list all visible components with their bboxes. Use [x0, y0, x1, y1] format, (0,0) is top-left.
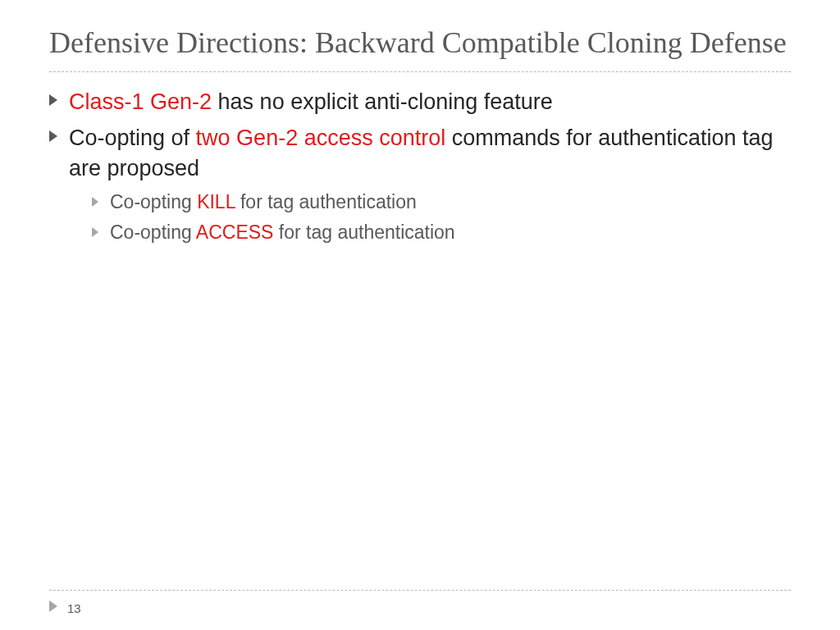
svg-marker-3: [92, 227, 98, 237]
sub-bullet-item: Co-opting ACCESS for tag authentication: [49, 220, 791, 245]
triangle-right-icon: [49, 94, 59, 109]
sub-bullet-text: Co-opting KILL for tag authentication: [110, 189, 417, 215]
svg-marker-0: [49, 94, 57, 106]
slide-title: Defensive Directions: Backward Compatibl…: [49, 25, 791, 62]
triangle-right-icon: [92, 195, 100, 210]
triangle-right-icon: [92, 226, 100, 240]
sub-bullet-item: Co-opting KILL for tag authentication: [49, 189, 791, 215]
bullet-text: Co-opting of two Gen-2 access control co…: [69, 123, 791, 183]
bullet-item: Class-1 Gen-2 has no explicit anti-cloni…: [49, 87, 791, 116]
svg-marker-4: [49, 600, 57, 612]
footer-divider: [49, 590, 791, 591]
slide-footer: 13: [49, 600, 81, 615]
triangle-right-icon: [49, 130, 59, 145]
bullet-item: Co-opting of two Gen-2 access control co…: [49, 123, 791, 183]
svg-marker-1: [49, 130, 57, 142]
slide: Defensive Directions: Backward Compatibl…: [0, 0, 840, 630]
svg-marker-2: [92, 197, 98, 207]
bullet-text: Class-1 Gen-2 has no explicit anti-cloni…: [69, 87, 553, 116]
slide-body: Class-1 Gen-2 has no explicit anti-cloni…: [49, 87, 791, 245]
triangle-right-icon: [49, 600, 59, 615]
sub-bullet-text: Co-opting ACCESS for tag authentication: [110, 220, 455, 245]
page-number: 13: [67, 601, 81, 615]
title-divider: [49, 71, 791, 72]
